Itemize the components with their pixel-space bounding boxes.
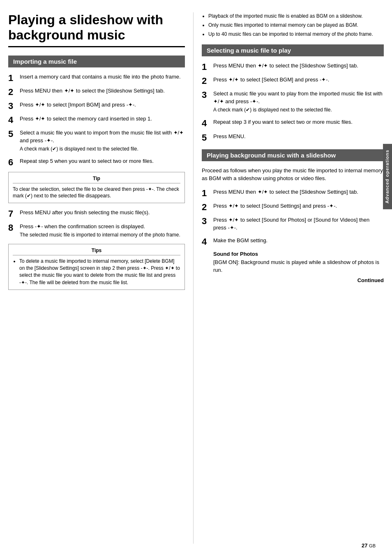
select-step-4: 4 Repeat step 3 if you want to select tw… [202,118,384,128]
playing-step-2: 2 Press ✦/✦ to select [Sound Settings] a… [202,202,384,212]
select-section: Selecting a music file to play 1 Press M… [202,44,384,143]
tips-box: Tips To delete a music file imported to … [8,244,185,290]
sound-for-photos-block: Sound for Photos [BGM ON]: Background mu… [213,251,384,274]
select-step-2: 2 Press ✦/✦ to select [Select BGM] and p… [202,76,384,86]
select-section-header: Selecting a music file to play [202,44,384,56]
import-step-6: 6 Repeat step 5 when you want to select … [8,158,185,167]
tip-label: Tip [13,176,180,183]
advanced-operations-tab: Advanced operations [383,144,392,209]
step-num-5: 5 [8,129,20,139]
select-step-5: 5 Press MENU. [202,133,384,143]
step-content-2: Press MENU then ✦/✦ to select the [Slide… [20,87,185,96]
step-num-6: 6 [8,158,20,167]
select-steps-list: 1 Press MENU then ✦/✦ to select the [Sli… [202,62,384,143]
step-content-4: Repeat step 3 if you want to select two … [213,118,384,127]
tip-box: Tip To clear the selection, select the f… [8,172,185,204]
import-step-8: 8 Press -✦- when the confirmation screen… [8,223,185,239]
step-content-3: Select a music file you want to play fro… [213,90,384,114]
playing-steps-list: 1 Press MENU then ✦/✦ to select the [Sli… [202,188,384,247]
tip-item: To delete a music file imported to inter… [19,258,180,287]
step-num-2: 2 [202,76,213,86]
step-num-1: 1 [202,188,213,198]
select-step-1: 1 Press MENU then ✦/✦ to select the [Sli… [202,62,384,72]
step-content-1: Insert a memory card that contains a mus… [20,73,185,82]
step-content-1: Press MENU then ✦/✦ to select the [Slide… [213,188,384,197]
playing-section-header: Playing background music with a slidesho… [202,149,384,161]
step-num-2: 2 [8,87,20,97]
import-step-2: 2 Press MENU then ✦/✦ to select the [Sli… [8,87,185,97]
step-content-7: Press MENU after you finish selecting th… [20,209,185,218]
right-column: Playback of the imported music file is e… [194,12,384,544]
step-content-1: Press MENU then ✦/✦ to select the [Slide… [213,62,384,71]
notes-list: Playback of the imported music file is e… [202,12,384,38]
page-label: GB [369,543,376,548]
playing-step-3: 3 Press ✦/✦ to select [Sound for Photos]… [202,216,384,233]
step-content-2: Press ✦/✦ to select [Select BGM] and pre… [213,76,384,85]
page-container: Playing a slideshow with background musi… [0,0,392,556]
continued-label: Continued [202,277,384,283]
import-step-5: 5 Select a music file you want to import… [8,129,185,153]
import-steps-b-list: 7 Press MENU after you finish selecting … [8,209,185,239]
import-section-header: Importing a music file [8,56,185,67]
tips-label: Tips [13,248,180,255]
step-num-8: 8 [8,223,20,233]
step-num-4: 4 [8,115,20,125]
playing-step-4: 4 Make the BGM setting. [202,237,384,247]
playing-section: Playing background music with a slidesho… [202,149,384,284]
step-content-3: Press ✦/✦ to select [Sound for Photos] o… [213,216,384,233]
import-step-3: 3 Press ✦/✦ to select [Import BGM] and p… [8,101,185,111]
page-footer: 27 GB [362,542,376,549]
tips-list: To delete a music file imported to inter… [13,258,180,287]
step-num-4: 4 [202,118,213,128]
select-step-3: 3 Select a music file you want to play f… [202,90,384,114]
step-content-4: Press ✦/✦ to select the memory card inse… [20,115,185,124]
page-number: 27 [362,542,367,549]
playing-step-1: 1 Press MENU then ✦/✦ to select the [Sli… [202,188,384,198]
step-content-3: Press ✦/✦ to select [Import BGM] and pre… [20,101,185,110]
step-num-1: 1 [8,73,20,83]
import-step-7: 7 Press MENU after you finish selecting … [8,209,185,219]
import-step-1: 1 Insert a memory card that contains a m… [8,73,185,83]
step-num-7: 7 [8,209,20,219]
step-content-5: Press MENU. [213,133,384,141]
note-item: Only music files imported to internal me… [208,21,384,29]
step-content-5: Select a music file you want to import f… [20,129,185,153]
playing-intro: Proceed as follows when you play the mus… [202,167,384,183]
main-title: Playing a slideshow with background musi… [8,12,185,47]
note-item: Playback of the imported music file is e… [208,12,384,20]
sound-for-photos-content: [BGM ON]: Background music is played whi… [213,259,384,274]
step-num-3: 3 [8,101,20,111]
step-num-1: 1 [202,62,213,72]
import-steps-list: 1 Insert a memory card that contains a m… [8,73,185,168]
step-content-4: Make the BGM setting. [213,237,384,246]
step-num-5: 5 [202,133,213,143]
step-content-6: Repeat step 5 when you want to select tw… [20,158,185,166]
sound-for-photos-heading: Sound for Photos [213,251,384,257]
step-content-8: Press -✦- when the confirmation screen i… [20,223,185,239]
import-step-4: 4 Press ✦/✦ to select the memory card in… [8,115,185,125]
step-num-2: 2 [202,202,213,212]
step-content-2: Press ✦/✦ to select [Sound Settings] and… [213,202,384,211]
step-num-3: 3 [202,90,213,100]
note-item: Up to 40 music files can be imported to … [208,30,384,38]
step-num-3: 3 [202,216,213,226]
left-column: Playing a slideshow with background musi… [8,12,193,544]
tip-content: To clear the selection, select the file … [13,186,180,200]
step-num-4: 4 [202,237,213,247]
